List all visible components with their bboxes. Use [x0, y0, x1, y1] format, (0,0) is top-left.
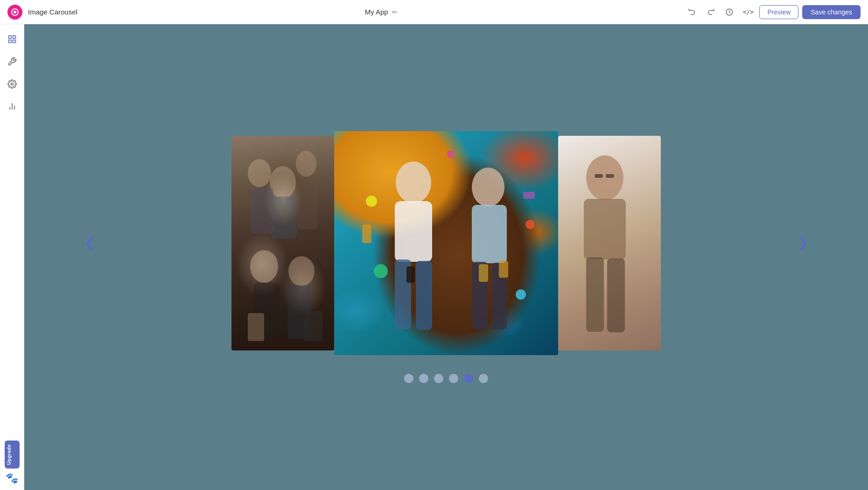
slide-image-1 [231, 136, 334, 350]
slide-image-3-overlay [558, 136, 661, 350]
svg-rect-43 [586, 257, 604, 332]
carousel-slide-right [558, 136, 661, 350]
svg-rect-42 [584, 199, 626, 259]
app-name: My App [365, 8, 388, 16]
history-icon [725, 8, 734, 16]
sidebar-item-tools[interactable] [3, 52, 21, 71]
svg-rect-37 [523, 192, 535, 199]
edit-app-name-icon[interactable]: ✏ [392, 8, 398, 16]
dashboard-icon [7, 35, 17, 44]
svg-rect-38 [406, 266, 415, 283]
svg-point-17 [250, 250, 278, 283]
svg-point-32 [525, 220, 535, 229]
svg-rect-5 [8, 40, 11, 43]
svg-point-12 [296, 151, 316, 177]
sidebar: Upgrade 🐾 [0, 24, 24, 490]
svg-rect-28 [472, 205, 507, 263]
svg-rect-3 [8, 36, 11, 39]
svg-point-7 [11, 83, 13, 85]
svg-rect-6 [13, 40, 15, 43]
svg-point-11 [248, 159, 271, 187]
svg-point-1 [14, 11, 16, 14]
sidebar-bottom: Upgrade 🐾 [5, 441, 20, 484]
tools-icon [7, 57, 17, 66]
page-title: Image Carousel [28, 8, 77, 16]
svg-rect-39 [479, 264, 488, 282]
carousel-images [231, 131, 661, 355]
undo-icon [688, 8, 696, 16]
svg-point-27 [472, 168, 504, 207]
carousel-dot-3[interactable] [449, 374, 458, 383]
history-button[interactable] [722, 5, 737, 20]
sidebar-item-dashboard[interactable] [3, 30, 21, 49]
cat-logo-icon: 🐾 [6, 472, 18, 484]
carousel-prev-button[interactable]: ❮ [80, 233, 98, 253]
svg-rect-14 [250, 187, 273, 234]
carousel-slide-left [231, 136, 334, 350]
svg-rect-16 [297, 178, 318, 229]
upgrade-button[interactable]: Upgrade [5, 441, 20, 469]
app-logo [7, 5, 22, 20]
sidebar-item-analytics[interactable] [3, 97, 21, 116]
svg-point-33 [374, 264, 388, 278]
sidebar-item-settings[interactable] [3, 75, 21, 93]
settings-icon [7, 79, 17, 89]
svg-rect-45 [595, 174, 603, 178]
carousel-next-button[interactable]: ❯ [794, 233, 812, 253]
svg-rect-4 [13, 36, 15, 39]
svg-point-18 [288, 256, 315, 286]
redo-icon [707, 8, 715, 16]
canvas-area: ❮ [24, 24, 868, 490]
carousel-dot-2[interactable] [434, 374, 443, 383]
carousel-dot-0[interactable] [404, 374, 413, 383]
code-editor-button[interactable]: </> [741, 5, 756, 20]
analytics-icon [7, 102, 17, 111]
svg-rect-22 [304, 311, 322, 341]
topbar-right: </> Preview Save changes [685, 5, 861, 20]
carousel-track: ❮ [24, 131, 868, 355]
topbar: Image Carousel My App ✏ </> Preview [0, 0, 868, 24]
svg-rect-24 [395, 201, 432, 262]
save-changes-button[interactable]: Save changes [802, 5, 861, 19]
svg-point-13 [270, 166, 296, 199]
carousel-container: ❮ [24, 131, 868, 383]
svg-point-35 [447, 151, 455, 158]
slide-image-2 [334, 131, 558, 355]
svg-rect-46 [606, 174, 614, 178]
svg-rect-15 [271, 196, 297, 238]
carousel-dot-1[interactable] [419, 374, 428, 383]
svg-rect-40 [499, 261, 508, 278]
svg-point-34 [516, 289, 526, 300]
slide-image-3 [558, 136, 661, 350]
logo-icon [11, 8, 19, 16]
carousel-dot-5[interactable] [479, 374, 488, 383]
svg-rect-26 [416, 261, 432, 330]
carousel-slide-center [334, 131, 558, 355]
svg-rect-44 [607, 259, 625, 332]
svg-point-31 [366, 196, 377, 207]
svg-rect-21 [248, 313, 264, 341]
redo-button[interactable] [703, 5, 718, 20]
slide-image-2-overlay [334, 131, 558, 355]
main-area: Upgrade 🐾 ❮ [0, 24, 868, 490]
preview-button[interactable]: Preview [759, 5, 798, 19]
carousel-dots [404, 374, 488, 383]
svg-rect-36 [362, 224, 371, 243]
carousel-dot-4[interactable] [464, 374, 473, 383]
slide-image-1-overlay [231, 136, 334, 350]
code-icon: </> [743, 8, 754, 15]
undo-button[interactable] [685, 5, 700, 20]
svg-point-41 [586, 155, 623, 200]
svg-point-23 [396, 161, 431, 203]
topbar-center: My App ✏ [83, 8, 679, 16]
